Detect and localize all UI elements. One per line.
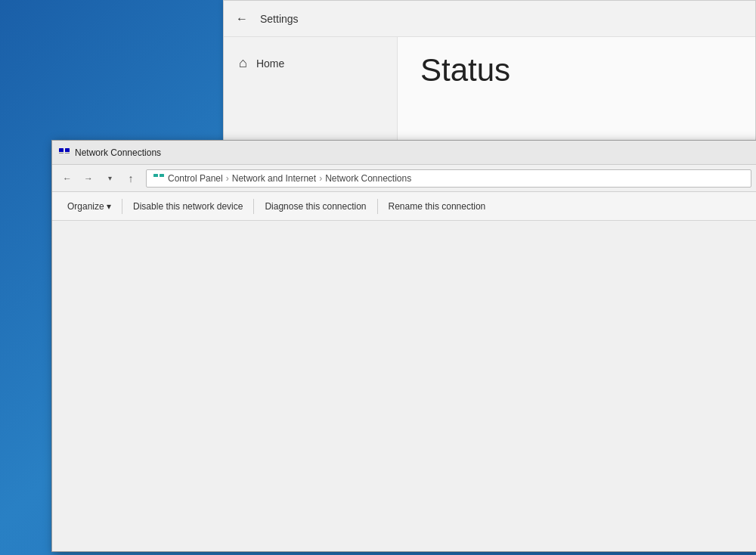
breadcrumb-part2: Network and Internet — [232, 173, 316, 184]
disable-device-button[interactable]: Disable this network device — [124, 197, 252, 216]
breadcrumb-part1: Control Panel — [168, 173, 223, 184]
actions-sep2 — [253, 199, 254, 214]
settings-status-title: Status — [420, 52, 733, 88]
nc-titlebar: Network Connections — [52, 141, 756, 165]
nc-toolbar: ← → ▾ ↑ Control Panel › Network and Inte… — [52, 165, 756, 192]
nc-forward-button[interactable]: → — [79, 169, 98, 188]
breadcrumb-sep1: › — [226, 173, 229, 184]
nc-dropdown-button[interactable]: ▾ — [101, 169, 119, 188]
svg-rect-2 — [65, 148, 70, 152]
settings-back-button[interactable]: ← — [236, 12, 248, 26]
svg-rect-1 — [59, 153, 64, 153]
actions-sep3 — [377, 199, 378, 214]
actions-sep1 — [122, 199, 122, 214]
nc-up-button[interactable]: ↑ — [122, 169, 140, 188]
organize-button[interactable]: Organize ▾ — [58, 197, 120, 216]
settings-title: Settings — [260, 13, 299, 25]
nc-title-text: Network Connections — [75, 147, 161, 158]
nc-breadcrumb[interactable]: Control Panel › Network and Internet › N… — [146, 169, 751, 188]
rename-connection-button[interactable]: Rename this connection — [380, 197, 495, 216]
home-icon: ⌂ — [239, 55, 247, 71]
settings-home-nav[interactable]: ⌂ Home — [224, 46, 397, 80]
settings-titlebar: ← Settings — [224, 1, 755, 37]
breadcrumb-part3: Network Connections — [325, 173, 411, 184]
breadcrumb-sep2: › — [319, 173, 322, 184]
nc-title-icon — [58, 147, 70, 159]
diagnose-connection-button[interactable]: Diagnose this connection — [256, 197, 375, 216]
nc-actions-bar: Organize ▾ Disable this network device D… — [52, 192, 756, 221]
nc-back-button[interactable]: ← — [58, 169, 76, 188]
svg-rect-3 — [65, 153, 70, 153]
svg-rect-5 — [160, 174, 164, 177]
breadcrumb-icon — [153, 172, 165, 184]
svg-rect-4 — [153, 174, 158, 177]
svg-rect-0 — [59, 148, 64, 152]
settings-home-label: Home — [256, 57, 284, 70]
network-connections-window: Network Connections ← → ▾ ↑ Control Pane… — [51, 140, 756, 552]
